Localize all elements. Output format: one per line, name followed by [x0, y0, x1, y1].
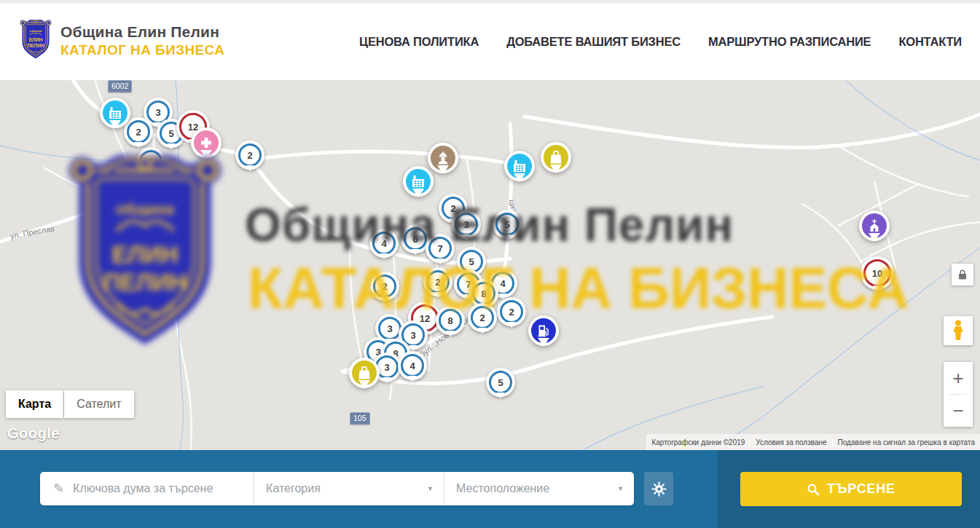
map-cluster-marker[interactable]: 2: [468, 303, 497, 332]
advanced-settings-button[interactable]: [644, 472, 673, 505]
map-cluster-marker[interactable]: 4: [369, 229, 399, 258]
markers-layer: 325122223564752274821282333834510: [0, 80, 980, 450]
keyword-input[interactable]: [71, 481, 254, 496]
terms-of-use-link[interactable]: Условия за ползване: [750, 438, 831, 446]
category-select-label: Категория: [266, 482, 427, 495]
map-attribution: Картографски данни ©2019 Условия за полз…: [646, 434, 980, 450]
map-type-satellite-button[interactable]: Сателит: [64, 390, 133, 418]
map-type-control: Карта Сателит: [6, 390, 135, 418]
crest-text-pelin: ПЕЛИН: [27, 43, 44, 48]
map-cluster-marker[interactable]: 4: [398, 351, 427, 380]
cluster-count: 4: [381, 238, 386, 249]
brand-logo-link[interactable]: община ЕЛИН ПЕЛИН Община Елин Пелин КАТА…: [18, 20, 224, 62]
map-pin-marker-medical[interactable]: [191, 127, 222, 158]
cluster-count: 3: [410, 330, 415, 341]
map-cluster-marker[interactable]: 5: [486, 368, 515, 397]
search-button-label: ТЪРСЕНЕ: [827, 481, 895, 497]
keyword-field[interactable]: ✎: [40, 472, 254, 505]
brand-text: Община Елин Пелин КАТАЛОГ НА БИЗНЕСА: [60, 23, 224, 58]
map-pin-marker-factory[interactable]: [504, 151, 535, 181]
header: община ЕЛИН ПЕЛИН Община Елин Пелин КАТА…: [0, 4, 980, 81]
gear-icon: [651, 481, 667, 497]
map-cluster-marker[interactable]: 10: [861, 256, 894, 290]
map-cluster-marker[interactable]: 5: [493, 210, 522, 239]
category-select[interactable]: Категория ▼: [254, 472, 444, 505]
nav-item-contacts[interactable]: КОНТАКТИ: [898, 35, 962, 49]
search-bar: ✎ Категория ▼ Местоположение ▼: [0, 450, 980, 528]
cluster-count: 2: [148, 157, 153, 168]
cluster-count: 3: [155, 107, 160, 118]
pencil-icon: ✎: [53, 481, 64, 497]
chevron-down-icon: ▼: [427, 485, 434, 492]
nav-item-route-schedule[interactable]: МАРШРУТНО РАЗПИСАНИЕ: [708, 35, 871, 49]
bag-icon: [544, 145, 568, 170]
street-view-pegman-button[interactable]: [944, 316, 973, 345]
map-cluster-marker[interactable]: 2: [136, 147, 165, 176]
road-number-label: 6002: [108, 80, 132, 92]
lock-icon: [957, 269, 968, 280]
cluster-count: 8: [447, 315, 452, 326]
factory-icon: [507, 154, 532, 178]
map-cluster-marker[interactable]: 2: [423, 267, 452, 296]
cluster-count: 2: [435, 277, 440, 288]
location-select[interactable]: Местоположение ▼: [444, 472, 634, 505]
worker-icon: [431, 146, 455, 170]
cluster-count: 5: [504, 219, 509, 230]
nav-item-add-your-business[interactable]: ДОБАВЕТЕ ВАШИЯТ БИЗНЕС: [506, 35, 681, 49]
zoom-control: + −: [944, 362, 973, 427]
zoom-in-button[interactable]: +: [944, 362, 973, 394]
cluster-count: 3: [387, 323, 392, 334]
crest-text-top: община: [30, 29, 42, 33]
search-bar-right: ТЪРСЕНЕ: [718, 450, 980, 528]
page: община ЕЛИН ПЕЛИН Община Елин Пелин КАТА…: [0, 0, 980, 528]
cluster-count: 10: [872, 268, 882, 279]
site-title: Община Елин Пелин: [60, 23, 224, 41]
map-pin-marker-worker[interactable]: [428, 143, 458, 173]
cluster-count: 3: [463, 219, 469, 230]
map-pin-marker-factory[interactable]: [403, 166, 434, 197]
zoom-out-button[interactable]: −: [944, 395, 973, 427]
map-canvas[interactable]: 6002105ул. Преславбул. „Новоселцици“ 325…: [0, 80, 980, 450]
location-select-label: Местоположение: [456, 482, 617, 495]
map-cluster-marker[interactable]: 2: [497, 297, 526, 326]
pegman-icon: [950, 320, 966, 342]
cluster-count: 2: [136, 127, 141, 138]
cluster-count: 2: [247, 150, 252, 161]
factory-icon: [406, 169, 431, 194]
map-pin-marker-fuel[interactable]: [528, 315, 559, 346]
site-subtitle: КАТАЛОГ НА БИЗНЕСА: [60, 42, 224, 58]
cluster-count: 7: [437, 243, 442, 254]
cluster-count: 6: [412, 234, 418, 245]
map-pin-marker-bag[interactable]: [541, 142, 571, 173]
road-number-label: 105: [350, 412, 370, 425]
nav-item-pricing-policy[interactable]: ЦЕНОВА ПОЛИТИКА: [359, 35, 479, 49]
map-cluster-marker[interactable]: 8: [436, 306, 465, 335]
cluster-count: 4: [500, 278, 505, 289]
map-pin-marker-bag[interactable]: [349, 358, 380, 388]
cluster-count: 5: [498, 377, 503, 388]
cluster-count: 4: [409, 360, 415, 371]
search-button[interactable]: ТЪРСЕНЕ: [740, 472, 962, 506]
map-cluster-marker[interactable]: 2: [235, 141, 264, 170]
cluster-count: 3: [384, 362, 389, 373]
map-pin-marker-factory[interactable]: [100, 98, 130, 128]
factory-icon: [103, 101, 128, 125]
fuel-icon: [531, 318, 556, 343]
crest-text-elin: ЕЛИН: [29, 37, 43, 42]
map-cluster-marker[interactable]: 2: [370, 272, 399, 301]
medical-icon: [194, 130, 219, 155]
search-icon: [807, 483, 820, 496]
cluster-count: 2: [479, 312, 485, 323]
google-logo[interactable]: Google: [7, 425, 60, 442]
map-pin-marker-church[interactable]: [859, 210, 890, 241]
report-map-error-link[interactable]: Подаване на сигнал за грешка в картата: [832, 438, 980, 446]
map-cluster-marker[interactable]: 3: [452, 210, 481, 239]
search-group: ✎ Категория ▼ Местоположение ▼: [40, 472, 634, 505]
cluster-count: 5: [168, 128, 173, 139]
map-cluster-marker[interactable]: 2: [124, 117, 153, 146]
map-type-map-button[interactable]: Карта: [6, 390, 63, 418]
church-icon: [862, 213, 887, 238]
main-nav: ЦЕНОВА ПОЛИТИКА ДОБАВЕТЕ ВАШИЯТ БИЗНЕС М…: [359, 4, 962, 80]
lock-button[interactable]: [952, 264, 973, 285]
map-cluster-marker[interactable]: 7: [426, 234, 455, 263]
